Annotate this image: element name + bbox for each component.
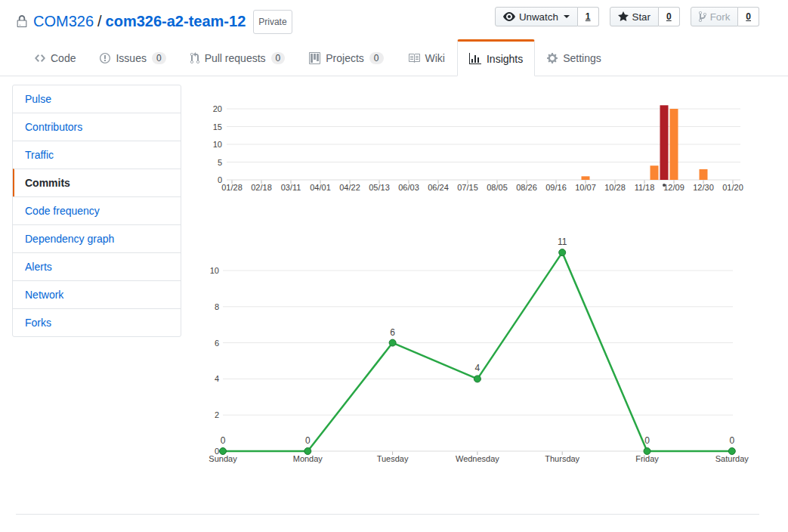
issue-icon (100, 52, 110, 64)
star-count[interactable]: 0 (659, 7, 680, 26)
gear-icon (547, 52, 558, 64)
weekly-x-tick-label: 08/26 (516, 183, 537, 192)
weekly-x-tick-label: 02/18 (251, 183, 272, 192)
tab-issues-label: Issues (116, 52, 146, 64)
daily-x-tick-label: Saturday (715, 454, 749, 463)
weekly-x-tick-label: 04/22 (339, 183, 360, 192)
repo-header: COM326 / com326-a2-team-12 Private Unwat… (0, 0, 788, 39)
fork-count[interactable]: 0 (738, 7, 759, 26)
tab-code-label: Code (51, 52, 76, 64)
weekly-x-tick-label: 06/03 (398, 183, 419, 192)
commits-point-label: 6 (390, 327, 395, 338)
repo-title: COM326 / com326-a2-team-12 Private (17, 9, 292, 33)
tab-settings[interactable]: Settings (535, 39, 613, 76)
commits-point (389, 339, 396, 346)
weekly-x-tick-label: 12/09 (663, 183, 684, 192)
private-badge: Private (253, 10, 292, 34)
insights-sidebar: PulseContributorsTrafficCommitsCode freq… (12, 85, 181, 337)
weekly-x-tick-label: 07/15 (457, 183, 478, 192)
sidebar-item-network[interactable]: Network (13, 280, 181, 308)
weekly-x-tick-label: 10/07 (575, 183, 596, 192)
project-icon (309, 52, 320, 64)
star-button-label: Star (632, 11, 650, 23)
sidebar-item-traffic[interactable]: Traffic (13, 141, 181, 169)
tab-projects[interactable]: Projects0 (297, 39, 395, 76)
github-repo-insights-page: COM326 / com326-a2-team-12 Private Unwat… (0, 0, 788, 532)
weekly-y-tick-label: 10 (213, 140, 222, 149)
selected-week-dot (663, 184, 666, 187)
unwatch-button-group: Unwatch1 (495, 7, 599, 26)
commits-point (644, 448, 650, 455)
selected-week-bar[interactable] (660, 105, 669, 180)
week-bar[interactable] (700, 169, 708, 180)
week-bar[interactable] (670, 109, 678, 180)
lock-icon (17, 15, 27, 28)
weekly-x-tick-label: 10/28 (604, 183, 626, 192)
daily-y-tick-label: 4 (215, 374, 219, 383)
weekly-y-tick-label: 5 (218, 158, 222, 167)
tab-pull-requests-label: Pull requests (205, 52, 266, 64)
daily-x-tick-label: Wednesday (456, 454, 499, 463)
sidebar-item-contributors[interactable]: Contributors (13, 113, 181, 141)
repo-tab-nav: CodeIssues0Pull requests0Projects0WikiIn… (0, 39, 788, 76)
eye-icon (503, 11, 515, 23)
fork-button-group: Fork0 (691, 7, 759, 26)
daily-y-tick-label: 2 (215, 410, 219, 419)
fork-button-label: Fork (710, 11, 731, 23)
tab-wiki-label: Wiki (425, 52, 445, 64)
weekly-x-tick-label: 12/30 (693, 183, 714, 192)
commits-point (304, 448, 311, 455)
tab-issues-counter: 0 (152, 52, 166, 64)
sidebar-item-alerts[interactable]: Alerts (13, 252, 181, 280)
weekly-x-tick-label: 11/18 (635, 183, 655, 192)
unwatch-button[interactable]: Unwatch (495, 7, 578, 26)
commits-point (474, 376, 481, 382)
weekly-x-tick-label: 05/13 (369, 183, 390, 192)
weekly-x-tick-label: 01/20 (722, 183, 743, 192)
pull-request-icon (190, 52, 199, 64)
fork-icon (699, 11, 706, 23)
daily-y-tick-label: 6 (215, 339, 219, 348)
weekly-x-tick-label: 04/01 (310, 183, 331, 192)
sidebar-item-forks[interactable]: Forks (13, 308, 181, 336)
daily-x-tick-label: Thursday (545, 454, 579, 463)
code-icon (35, 52, 45, 64)
sidebar-item-code-frequency[interactable]: Code frequency (13, 196, 181, 224)
weekly-x-tick-label: 01/28 (221, 183, 243, 192)
tab-issues[interactable]: Issues0 (88, 39, 178, 76)
graph-icon (469, 53, 481, 65)
daily-y-tick-label: 8 (215, 302, 219, 311)
week-bar[interactable] (650, 165, 659, 180)
sidebar-item-pulse[interactable]: Pulse (13, 85, 181, 113)
repo-action-buttons: Unwatch1Star0Fork0 (495, 7, 759, 26)
unwatch-count[interactable]: 1 (578, 7, 599, 26)
star-button[interactable]: Star (610, 7, 659, 26)
sidebar-item-commits[interactable]: Commits (13, 169, 181, 196)
tab-projects-counter: 0 (369, 52, 384, 64)
week-bar[interactable] (582, 176, 590, 180)
weekly-y-tick-label: 15 (213, 122, 222, 131)
daily-x-tick-label: Friday (635, 454, 659, 463)
tab-pull-requests-counter: 0 (271, 52, 286, 64)
fork-button[interactable]: Fork (691, 7, 739, 26)
daily-x-tick-label: Monday (293, 454, 323, 463)
repo-name-link[interactable]: com326-a2-team-12 (106, 11, 246, 31)
unwatch-button-label: Unwatch (519, 11, 558, 23)
book-icon (408, 52, 420, 64)
repo-owner-link[interactable]: COM326 (33, 11, 94, 31)
tab-insights[interactable]: Insights (457, 39, 535, 76)
commits-point-label: 4 (475, 363, 481, 373)
daily-commits-chart: 0246810SundayMondayTuesdayWednesdayThurs… (204, 225, 744, 475)
star-button-group: Star0 (610, 7, 680, 26)
tab-code[interactable]: Code (23, 39, 88, 76)
tab-settings-label: Settings (563, 52, 601, 64)
commits-point-label: 0 (305, 435, 311, 446)
tab-pull-requests[interactable]: Pull requests0 (178, 39, 298, 76)
sidebar-item-dependency-graph[interactable]: Dependency graph (13, 224, 181, 252)
tab-wiki[interactable]: Wiki (396, 39, 457, 76)
commits-point-label: 0 (221, 435, 226, 446)
weekly-x-tick-label: 09/16 (545, 183, 567, 192)
commits-point (728, 448, 735, 455)
commits-point (220, 448, 227, 455)
commits-point-label: 0 (729, 435, 734, 446)
